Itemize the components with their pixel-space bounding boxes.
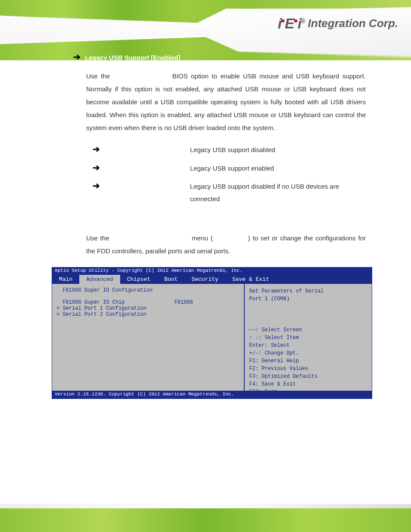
option-row: ➔ Auto Legacy USB support disabled if no… bbox=[93, 180, 366, 205]
arrow-right-icon: ➔ bbox=[73, 52, 81, 62]
footer-wave bbox=[0, 485, 411, 504]
footer-banner bbox=[0, 485, 411, 532]
bios-title-bar: Aptio Setup Utility - Copyright (C) 2012… bbox=[52, 268, 372, 274]
bios-body: F81866 Super IO Configuration F81866 Sup… bbox=[52, 284, 372, 391]
bios-left-pane: F81866 Super IO Configuration F81866 Sup… bbox=[52, 284, 245, 391]
bios-menu-screenshot: Aptio Setup Utility - Copyright (C) 2012… bbox=[52, 267, 372, 399]
bios-tab-save-exit[interactable]: Save & Exit bbox=[225, 275, 276, 284]
para-a: Use the bbox=[86, 234, 112, 242]
section-heading-legacy-usb: ➔ Legacy USB Support [Enabled] bbox=[73, 52, 385, 62]
option-desc: Legacy USB support enabled bbox=[190, 162, 366, 175]
superio-paragraph: Use the menu ( ) to set or change the co… bbox=[86, 232, 366, 258]
bios-right-pane: Set Parameters of Serial Port 1 (COMA) ←… bbox=[245, 284, 372, 391]
para-c: ) to set or change the configurations fo… bbox=[86, 234, 366, 255]
arrow-right-icon: ➔ bbox=[93, 180, 104, 191]
arrow-right-icon: ➔ bbox=[93, 144, 104, 154]
brand-logo: iEi® Integration Corp. bbox=[278, 15, 398, 32]
bios-footer-bar: Version 2.15.1236. Copyright (C) 2012 Am… bbox=[52, 391, 372, 398]
option-row: ➔ Disabled Legacy USB support disabled bbox=[93, 144, 366, 156]
heading-label: Legacy USB Support [Enabled] bbox=[85, 54, 181, 61]
option-desc: Legacy USB support disabled bbox=[190, 144, 366, 156]
logo-text: Integration Corp. bbox=[308, 17, 398, 30]
page-content: ➔ Legacy USB Support [Enabled] Use the B… bbox=[0, 52, 411, 410]
legacy-usb-options: ➔ Disabled Legacy USB support disabled ➔… bbox=[93, 144, 366, 205]
option-desc: Legacy USB support disabled if no USB de… bbox=[190, 180, 366, 205]
bios-tab-security[interactable]: Security bbox=[184, 275, 225, 284]
bios-tab-chipset[interactable]: Chipset bbox=[120, 275, 158, 284]
logo-dot-icon bbox=[294, 19, 297, 22]
logo-mark: iEi® bbox=[278, 15, 305, 32]
bios-tab-advanced[interactable]: Advanced bbox=[79, 275, 120, 284]
option-label: Enabled DEFAULT bbox=[104, 162, 190, 170]
para-b: menu ( bbox=[192, 234, 212, 242]
arrow-right-icon: ➔ bbox=[93, 162, 104, 173]
option-row: ➔ Enabled DEFAULT Legacy USB support ena… bbox=[93, 162, 366, 175]
option-label: Auto bbox=[104, 180, 190, 188]
bios-tab-boot[interactable]: Boot bbox=[157, 275, 184, 284]
para-prefix: Use the bbox=[86, 72, 113, 80]
bios-tab-bar: Main Advanced Chipset Boot Security Save… bbox=[52, 274, 372, 284]
option-label: Disabled bbox=[104, 144, 190, 151]
para-rest: BIOS option to enable USB mouse and USB … bbox=[86, 72, 366, 131]
bios-caption: BIOS Menu 7: Super IO Configuration bbox=[52, 403, 385, 410]
legacy-usb-paragraph: Use the BIOS option to enable USB mouse … bbox=[86, 70, 366, 134]
logo-dot-icon bbox=[281, 19, 284, 22]
header-banner: iEi® Integration Corp. bbox=[0, 0, 411, 60]
bios-tab-main[interactable]: Main bbox=[52, 275, 79, 284]
